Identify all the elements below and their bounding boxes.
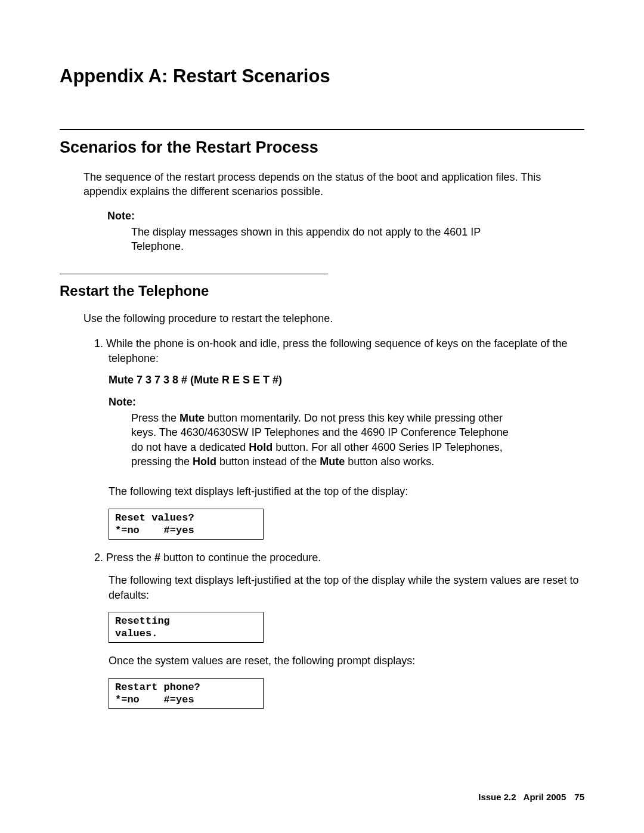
step2-final: Once the system values are reset, the fo… [109,654,584,668]
step1-followup: The following text displays left-justifi… [109,484,584,498]
footer-issue: Issue 2.2 [478,792,516,802]
bold-hold-2: Hold [193,456,216,467]
hash-key: # [154,552,160,563]
note-text: Press the [131,412,179,424]
note-text: button instead of the [216,456,320,467]
step-number: 2. [94,552,103,563]
subsection-intro: Use the following procedure to restart t… [83,311,584,326]
note-label-2: Note: [109,396,584,408]
footer-page: 75 [574,792,584,802]
section-heading: Scenarios for the Restart Process [60,138,584,157]
bold-hold-1: Hold [249,441,273,453]
step-text-post: button to continue the procedure. [160,552,321,563]
note-text: button also works. [345,456,434,467]
procedure-list: 1. While the phone is on-hook and idle, … [94,336,584,366]
note-body: The display messages shown in this appen… [131,225,519,254]
step-text: While the phone is on-hook and idle, pre… [106,337,568,364]
note-label: Note: [107,210,584,222]
page-footer: Issue 2.2 April 200575 [478,792,584,802]
procedure-list-2: 2. Press the # button to continue the pr… [94,550,584,565]
footer-date: April 2005 [524,792,566,802]
step-text-pre: Press the [106,552,154,563]
section-rule [60,129,584,130]
step-number: 1. [94,337,103,349]
section-intro: The sequence of the restart process depe… [83,170,584,199]
display-box-1: Reset values? *=no #=yes [109,509,264,540]
subsection-rule [60,274,328,274]
mute-sequence: Mute 7 3 7 3 8 # (Mute R E S E T #) [109,374,584,386]
appendix-title: Appendix A: Restart Scenarios [60,66,584,87]
bold-mute-2: Mute [320,456,345,467]
section-restart: Restart the Telephone Use the following … [60,274,584,709]
subsection-heading: Restart the Telephone [60,283,584,299]
display-box-2: Resetting values. [109,612,264,643]
note-body-2: Press the Mute button momentarily. Do no… [131,411,519,469]
bold-mute-1: Mute [179,412,205,424]
step-1: 1. While the phone is on-hook and idle, … [94,336,584,366]
section-scenarios: Scenarios for the Restart Process The se… [60,129,584,253]
step-2: 2. Press the # button to continue the pr… [94,550,584,565]
step2-followup: The following text displays left-justifi… [109,573,584,602]
display-box-3: Restart phone? *=no #=yes [109,678,264,710]
